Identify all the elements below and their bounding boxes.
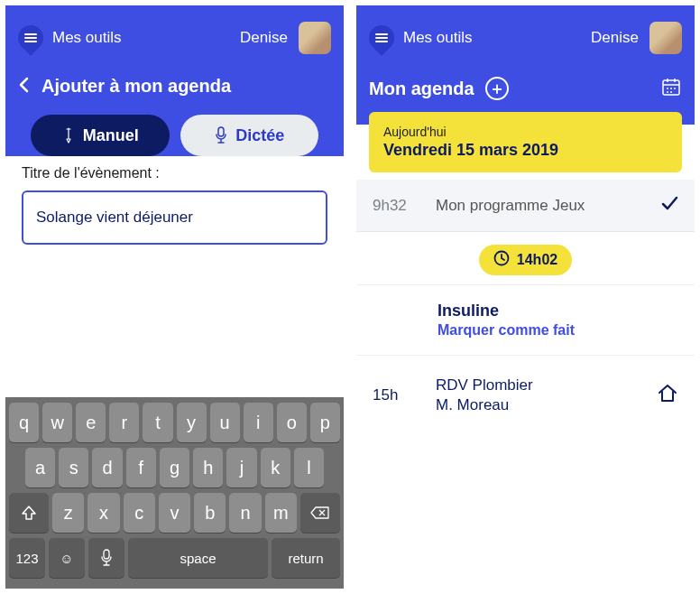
tools-label: Mes outils [52, 29, 122, 47]
keyboard-key-i[interactable]: i [244, 403, 273, 442]
keyboard-key-n[interactable]: n [229, 493, 261, 533]
keyboard-key-p[interactable]: p [310, 403, 340, 442]
user-chip[interactable]: Denise [591, 22, 682, 54]
today-card: Aujourd'hui Vendredi 15 mars 2019 [369, 112, 682, 172]
plus-icon: ＋ [489, 80, 505, 97]
keyboard-key-a[interactable]: a [25, 448, 55, 487]
topbar: Mes outils Denise [18, 22, 331, 76]
appointment-subtitle: M. Moreau [436, 395, 640, 415]
backspace-icon [310, 506, 330, 520]
menu-trigger[interactable]: Mes outils [18, 25, 122, 51]
keyboard-key-e[interactable]: e [76, 403, 106, 442]
header-right: Mes outils Denise Mon agenda ＋ [356, 5, 695, 125]
agenda-title: Mon agenda [369, 79, 474, 99]
keyboard-key-c[interactable]: c [124, 493, 155, 533]
keyboard-key-y[interactable]: y [177, 403, 207, 442]
appointment-title: RDV Plombier [436, 376, 640, 395]
onscreen-keyboard: qwertyuiop asdfghjkl zxcvbnm 123 ☺ space… [5, 397, 344, 589]
keyboard-key-z[interactable]: z [52, 493, 84, 533]
shift-icon [21, 505, 37, 521]
keyboard-return-key[interactable]: return [272, 538, 340, 578]
appointment-text: RDV Plombier M. Moreau [436, 376, 640, 415]
tab-dictee-label: Dictée [235, 126, 284, 145]
keyboard-key-m[interactable]: m [265, 493, 297, 533]
svg-point-7 [670, 91, 672, 93]
keyboard-key-x[interactable]: x [88, 493, 119, 533]
task-mark-done-link[interactable]: Marquer comme fait [438, 322, 678, 339]
keyboard-key-k[interactable]: k [261, 448, 290, 487]
keyboard-key-o[interactable]: o [277, 403, 307, 442]
agenda-content: Aujourd'hui Vendredi 15 mars 2019 9h32 M… [356, 125, 695, 435]
calendar-icon [660, 76, 682, 97]
event-title-label: Titre de l'évènement : [22, 165, 327, 181]
keyboard-key-d[interactable]: d [92, 448, 122, 487]
today-label: Aujourd'hui [383, 125, 668, 139]
agenda-item-label: Mon programme Jeux [436, 197, 644, 215]
keyboard-key-u[interactable]: u [210, 403, 240, 442]
keyboard-key-t[interactable]: t [143, 403, 172, 442]
avatar [299, 22, 331, 54]
input-mode-tabs: Manuel Dictée [18, 115, 331, 156]
tab-manual-label: Manuel [83, 126, 139, 145]
calendar-button[interactable] [660, 76, 682, 101]
keyboard-key-g[interactable]: g [160, 448, 189, 487]
checkmark-icon [660, 194, 678, 217]
keyboard-key-v[interactable]: v [159, 493, 190, 533]
event-title-input[interactable] [22, 190, 327, 245]
keyboard-key-s[interactable]: s [59, 448, 88, 487]
current-time-value: 14h02 [517, 252, 557, 268]
keyboard-key-f[interactable]: f [126, 448, 156, 487]
header-left: Mes outils Denise Ajouter à mon agenda M… [5, 5, 344, 156]
keyboard-key-h[interactable]: h [193, 448, 223, 487]
menu-trigger[interactable]: Mes outils [369, 25, 473, 51]
svg-rect-0 [218, 127, 224, 136]
agenda-item-completed[interactable]: 9h32 Mon programme Jeux [356, 180, 695, 232]
tools-label: Mes outils [403, 29, 473, 47]
page-title: Ajouter à mon agenda [41, 76, 231, 97]
keyboard-mic-key[interactable] [88, 538, 124, 578]
screen-agenda: Mes outils Denise Mon agenda ＋ Aujourd'h… [356, 5, 695, 589]
user-name: Denise [591, 29, 639, 47]
current-time-row: 14h02 [356, 232, 695, 285]
agenda-item-appointment[interactable]: 15h RDV Plombier M. Moreau [356, 356, 695, 435]
keyboard-backspace-key[interactable] [300, 493, 340, 533]
keyboard-key-w[interactable]: w [42, 403, 72, 442]
hamburger-icon [364, 20, 400, 56]
avatar [649, 22, 682, 54]
svg-point-5 [674, 88, 676, 89]
svg-point-6 [667, 91, 668, 93]
current-time-badge: 14h02 [479, 245, 572, 275]
topbar: Mes outils Denise [369, 22, 682, 76]
svg-rect-1 [104, 550, 109, 559]
svg-point-4 [670, 88, 672, 89]
clock-icon [493, 250, 510, 270]
tab-manual[interactable]: Manuel [31, 115, 170, 156]
agenda-item-time: 9h32 [373, 197, 419, 215]
agenda-item-task[interactable]: Insuline Marquer comme fait [356, 285, 695, 356]
keyboard-key-b[interactable]: b [194, 493, 226, 533]
mic-icon [99, 549, 114, 567]
event-form: Titre de l'évènement : [5, 138, 344, 261]
back-button[interactable] [18, 77, 29, 97]
keyboard-key-j[interactable]: j [226, 448, 256, 487]
keyboard-numbers-key[interactable]: 123 [9, 538, 45, 578]
hamburger-icon [13, 20, 49, 56]
add-event-button[interactable]: ＋ [485, 77, 509, 100]
mic-icon [214, 126, 228, 144]
pencil-icon [61, 126, 76, 144]
keyboard-key-q[interactable]: q [9, 403, 39, 442]
keyboard-key-l[interactable]: l [294, 448, 324, 487]
tab-dictee[interactable]: Dictée [180, 115, 319, 156]
task-title: Insuline [438, 302, 678, 320]
screen-add-event: Mes outils Denise Ajouter à mon agenda M… [5, 5, 344, 589]
svg-point-3 [667, 88, 668, 89]
title-row: Ajouter à mon agenda [18, 76, 331, 115]
user-name: Denise [240, 29, 288, 47]
keyboard-emoji-key[interactable]: ☺ [49, 538, 85, 578]
user-chip[interactable]: Denise [240, 22, 331, 54]
keyboard-shift-key[interactable] [9, 493, 49, 533]
keyboard-space-key[interactable]: space [128, 538, 268, 578]
home-icon [657, 383, 678, 408]
today-date: Vendredi 15 mars 2019 [383, 141, 668, 160]
keyboard-key-r[interactable]: r [109, 403, 139, 442]
